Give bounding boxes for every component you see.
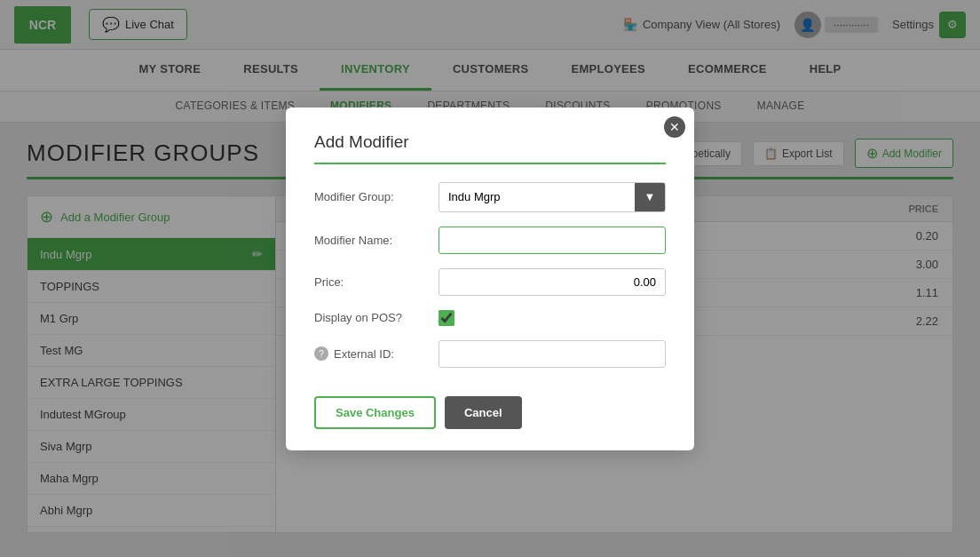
cancel-button[interactable]: Cancel <box>445 396 522 429</box>
modal-title: Add Modifier <box>314 132 666 164</box>
external-id-row: ? External ID: <box>314 340 666 368</box>
modal-close-button[interactable]: ✕ <box>664 116 685 138</box>
modifier-group-label: Modifier Group: <box>314 190 439 203</box>
modifier-name-label: Modifier Name: <box>314 234 439 247</box>
modifier-name-input[interactable] <box>439 227 666 254</box>
price-row: Price: <box>314 268 666 296</box>
modal-overlay: ✕ Add Modifier Modifier Group: ▼ Modifie… <box>0 0 980 549</box>
display-pos-label: Display on POS? <box>314 311 439 324</box>
modifier-group-input[interactable] <box>439 184 635 210</box>
price-label: Price: <box>314 275 439 289</box>
price-input[interactable] <box>439 268 666 296</box>
external-id-input[interactable] <box>439 340 666 368</box>
external-id-label-text: External ID: <box>334 347 394 361</box>
display-pos-row: Display on POS? <box>314 310 666 326</box>
external-id-label: ? External ID: <box>314 346 439 361</box>
display-pos-checkbox[interactable] <box>439 310 454 326</box>
modifier-name-row: Modifier Name: <box>314 227 666 254</box>
modifier-group-row: Modifier Group: ▼ <box>314 182 666 212</box>
save-changes-button[interactable]: Save Changes <box>314 396 436 429</box>
help-icon[interactable]: ? <box>314 346 328 361</box>
modal-footer: Save Changes Cancel <box>314 389 666 429</box>
modifier-group-select[interactable]: ▼ <box>439 182 666 212</box>
add-modifier-modal: ✕ Add Modifier Modifier Group: ▼ Modifie… <box>286 107 694 450</box>
dropdown-arrow-icon[interactable]: ▼ <box>635 183 665 211</box>
